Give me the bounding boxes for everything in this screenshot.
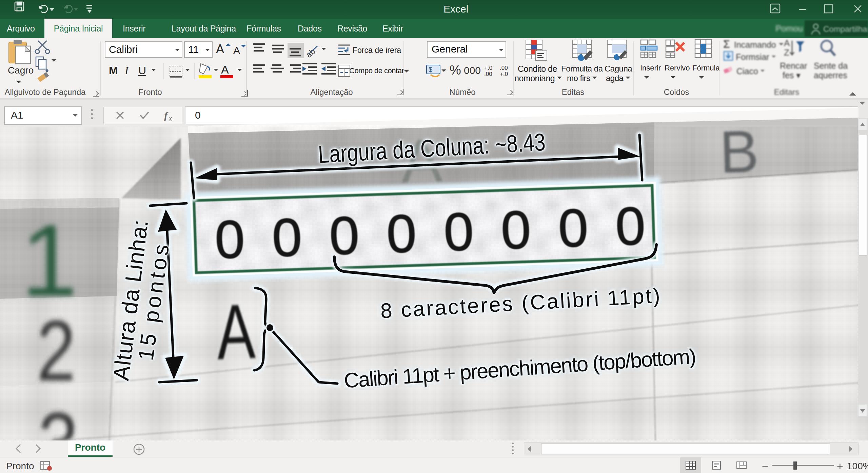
svg-text:A: A bbox=[784, 38, 790, 48]
svg-text:A: A bbox=[215, 288, 257, 376]
svg-text:$: $ bbox=[429, 66, 432, 73]
svg-text:+.0: +.0 bbox=[484, 65, 492, 71]
svg-text:Z: Z bbox=[784, 47, 789, 58]
svg-text:+.0: +.0 bbox=[500, 71, 508, 77]
svg-text:Compartilhar: Compartilhar bbox=[823, 24, 868, 34]
svg-text:.00: .00 bbox=[500, 65, 508, 71]
svg-text:%: % bbox=[450, 63, 461, 77]
svg-text:000: 000 bbox=[464, 65, 481, 76]
svg-text:.00: .00 bbox=[484, 71, 492, 77]
